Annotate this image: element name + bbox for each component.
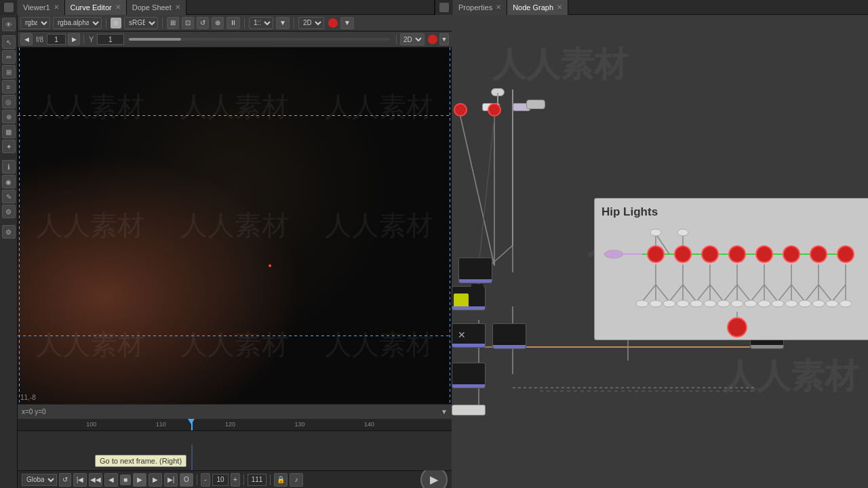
loop-btn[interactable]: ↺: [59, 473, 71, 487]
tab-dope-sheet[interactable]: Dope Sheet ✕: [127, 0, 186, 15]
frame-input[interactable]: [47, 34, 66, 45]
tab-properties-close[interactable]: ✕: [496, 3, 501, 11]
node-thumb-1[interactable]: [458, 258, 492, 283]
tab-viewer1[interactable]: Viewer1 ✕: [18, 0, 65, 15]
tab-curve-editor-close[interactable]: ✕: [115, 3, 121, 11]
audio-btn[interactable]: ♪: [290, 473, 303, 487]
goto-start-btn[interactable]: |◀: [73, 473, 87, 487]
frame-number-input[interactable]: [248, 474, 267, 486]
step-back-btn[interactable]: ◀◀: [89, 473, 102, 487]
svg-point-55: [677, 229, 688, 236]
tab-node-graph[interactable]: Node Graph ✕: [507, 0, 568, 15]
node-thumb-3[interactable]: [452, 363, 486, 388]
sidebar-btn-layers[interactable]: ≡: [2, 80, 16, 94]
colorpicker-icon: ⊞: [111, 18, 121, 28]
svg-point-74: [772, 300, 784, 307]
zoom-select[interactable]: 1:1: [249, 17, 273, 29]
svg-point-64: [636, 300, 648, 307]
view-options-btn[interactable]: ⊞: [167, 17, 179, 29]
svg-line-29: [683, 285, 696, 302]
tab-dope-sheet-close[interactable]: ✕: [175, 3, 180, 11]
sidebar-btn-pencil[interactable]: ✎: [2, 190, 16, 203]
hip-lights-title: Hip Lights: [601, 205, 865, 219]
stop-btn[interactable]: ■: [120, 474, 131, 485]
sidebar-btn-tools[interactable]: ⚙: [2, 205, 16, 218]
svg-point-73: [758, 300, 770, 307]
svg-point-63: [837, 246, 854, 262]
prev-btn[interactable]: ◀: [104, 473, 118, 487]
xy-coords: x=0 y=0: [22, 408, 46, 415]
center-btn[interactable]: ⊕: [212, 17, 224, 29]
timeline-ruler[interactable]: 100 110 120 130 140: [18, 419, 452, 431]
node-merge[interactable]: ✕: [452, 323, 486, 348]
svg-point-54: [650, 229, 661, 236]
frame-step-input[interactable]: [212, 474, 229, 486]
node-gray-1[interactable]: [526, 100, 545, 109]
minus-btn[interactable]: -: [201, 473, 210, 487]
node-graph[interactable]: 人人素材 人人素材 人人素材: [452, 15, 868, 488]
plus-btn[interactable]: +: [231, 473, 240, 487]
channel-sub-select[interactable]: rgba.alpha: [53, 17, 102, 29]
lock-btn[interactable]: 🔒: [274, 473, 288, 487]
sidebar-btn-merge[interactable]: ⊕: [2, 110, 16, 123]
end-btn[interactable]: ▶|: [164, 473, 178, 487]
colorspace-select[interactable]: sRGB: [124, 17, 158, 29]
crop-btn[interactable]: ⊡: [182, 17, 194, 29]
node-red-2[interactable]: [488, 103, 501, 117]
expand-btn[interactable]: ▼: [340, 17, 354, 29]
refresh-btn[interactable]: ↺: [197, 17, 209, 29]
expand-bottom-btn[interactable]: ▼: [441, 408, 448, 415]
sidebar-btn-3d[interactable]: ▦: [2, 125, 16, 138]
svg-line-49: [818, 285, 832, 302]
zoom-down-btn[interactable]: ▼: [276, 17, 290, 29]
svg-point-59: [729, 246, 745, 262]
node-white-bottom[interactable]: [452, 405, 486, 415]
svg-point-78: [826, 300, 838, 307]
node-color-grade[interactable]: [452, 286, 486, 310]
prev-frame-btn[interactable]: ◀: [20, 33, 33, 45]
y-input[interactable]: [97, 34, 124, 45]
svg-point-56: [648, 246, 664, 262]
sidebar-btn-viewer[interactable]: 👁: [2, 18, 16, 31]
dropdown-arrow[interactable]: ▼: [439, 33, 449, 45]
viewer-toolbar: rgba rgba.alpha ⊞ sRGB ⊞ ⊡ ↺ ⊕ ⏸ 1:1 ▼ 2…: [18, 15, 452, 31]
record-btn[interactable]: O: [180, 473, 193, 487]
color-btn-red[interactable]: [428, 35, 437, 44]
cursor-indicator: [269, 264, 271, 267]
hip-lights-popup: Hip Lights: [594, 198, 868, 340]
view-mode-2d[interactable]: 2D: [400, 33, 425, 45]
play-btn[interactable]: ▶: [133, 473, 146, 487]
sidebar-btn-paint[interactable]: ✏: [2, 50, 16, 64]
sidebar-btn-settings[interactable]: ⚙: [2, 225, 16, 239]
tab-curve-editor[interactable]: Curve Editor ✕: [65, 0, 127, 15]
svg-point-60: [756, 246, 772, 262]
next-frame-btn[interactable]: ▶: [68, 33, 80, 45]
sidebar-btn-mask[interactable]: ◎: [2, 95, 16, 108]
svg-line-39: [751, 285, 764, 302]
tick-100: 100: [86, 421, 96, 428]
playback-controls: Global ↺ |◀ ◀◀ ◀ ■ ▶ ▶ Go to next frame.…: [18, 470, 452, 488]
sidebar-btn-transform[interactable]: ✦: [2, 140, 16, 153]
sidebar-btn-info[interactable]: ℹ: [2, 160, 16, 174]
view-mode-select[interactable]: 2D: [298, 17, 324, 29]
tick-120: 120: [225, 421, 235, 428]
svg-line-31: [696, 285, 710, 302]
pause-btn[interactable]: ⏸: [226, 17, 240, 29]
tab-properties[interactable]: Properties ✕: [453, 0, 507, 15]
tick-110: 110: [156, 421, 166, 428]
svg-point-66: [663, 300, 675, 307]
sidebar-btn-cursor[interactable]: ↖: [2, 35, 16, 49]
tab-viewer1-close[interactable]: ✕: [54, 3, 59, 11]
svg-point-67: [677, 300, 689, 307]
global-select[interactable]: Global: [22, 474, 57, 486]
next-btn[interactable]: ▶ Go to next frame. (Right): [149, 473, 162, 487]
sidebar-btn-crop[interactable]: ⊞: [2, 65, 16, 79]
timeline-content[interactable]: [18, 431, 452, 470]
sidebar-btn-eye2[interactable]: ◉: [2, 175, 16, 188]
node-thumb-2[interactable]: [492, 323, 526, 349]
tab-node-graph-close[interactable]: ✕: [557, 3, 562, 11]
node-red-1[interactable]: [454, 103, 467, 117]
tick-140: 140: [364, 421, 374, 428]
viewer-area: 人人素材 人人素材 人人素材 人人素材 人人素材 人人素材 人人素材 人人素材 …: [18, 47, 452, 404]
channel-select[interactable]: rgba: [20, 17, 50, 29]
